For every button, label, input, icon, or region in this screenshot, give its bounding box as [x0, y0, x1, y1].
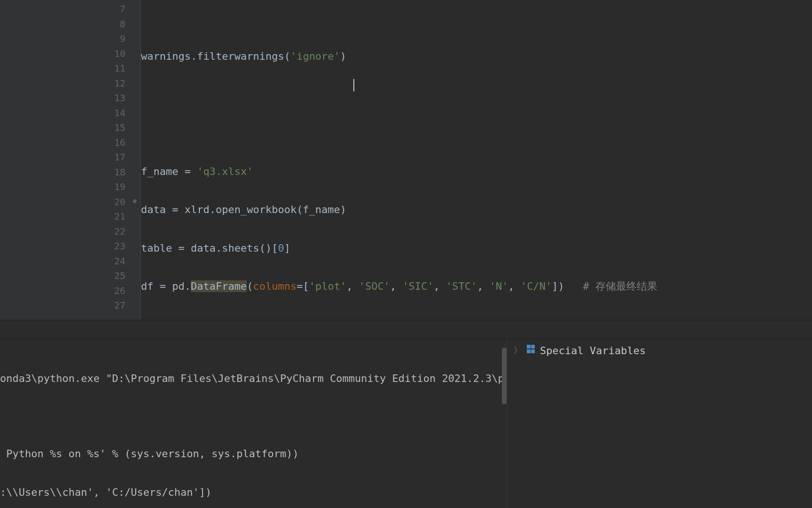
editor-pane: 789101112131415161718192021222324252627 …	[0, 0, 812, 320]
line-number[interactable]: 17	[96, 150, 134, 165]
code-line: f_name = 'q3.xlsx'	[141, 164, 812, 179]
special-variables-label[interactable]: Special Variables	[540, 345, 646, 357]
code-line: table = data.sheets()[0]	[141, 241, 812, 256]
line-number[interactable]: 24	[96, 254, 134, 269]
line-number[interactable]: 9	[96, 32, 134, 47]
line-number[interactable]: 15	[96, 120, 134, 135]
line-number[interactable]: 20	[96, 195, 134, 210]
line-number[interactable]: 14	[96, 106, 134, 121]
line-number[interactable]: 10	[96, 47, 134, 62]
code-line: data = xlrd.open_workbook(f_name)	[141, 202, 812, 217]
fold-icon[interactable]: ⊖	[133, 198, 140, 204]
chevron-right-icon[interactable]: 〉	[514, 345, 522, 356]
line-number[interactable]: 26	[96, 284, 134, 299]
line-number[interactable]: 25	[96, 269, 134, 284]
code-line: warnings.filterwarnings('ignore')	[141, 49, 812, 64]
console-scrollbar[interactable]	[502, 348, 507, 404]
code-line	[141, 126, 812, 141]
line-number[interactable]: 22	[96, 224, 134, 239]
line-number[interactable]: 12	[96, 76, 134, 91]
fold-column[interactable]: ⊖	[134, 0, 141, 320]
line-number[interactable]: 21	[96, 209, 134, 224]
line-number[interactable]: 27	[96, 298, 134, 313]
line-number[interactable]: 19	[96, 180, 134, 195]
line-number[interactable]: 18	[96, 165, 134, 180]
console-line: :\\Users\\chan', 'C:/Users/chan'])	[0, 485, 507, 500]
code-area[interactable]: warnings.filterwarnings('ignore') f_name…	[141, 0, 812, 320]
special-variables-icon[interactable]	[527, 345, 535, 353]
line-number[interactable]: 7	[96, 2, 134, 17]
code-line	[141, 87, 812, 103]
console-line: onda3\python.exe "D:\Program Files\JetBr…	[0, 371, 507, 386]
code-line: df = pd.DataFrame(columns=['plot', 'SOC'…	[141, 279, 812, 294]
console-line: Python %s on %s' % (sys.version, sys.pla…	[0, 446, 507, 461]
console-output[interactable]: onda3\python.exe "D:\Program Files\JetBr…	[0, 339, 507, 508]
line-number[interactable]: 16	[96, 135, 134, 151]
line-number[interactable]: 13	[96, 91, 134, 106]
text-caret	[353, 79, 354, 91]
left-margin	[0, 0, 96, 320]
line-number[interactable]: 8	[96, 17, 134, 32]
line-number[interactable]: 11	[96, 61, 134, 76]
variables-panel: 〉 Special Variables	[507, 339, 812, 508]
line-number[interactable]: 23	[96, 239, 134, 254]
line-number-gutter[interactable]: 789101112131415161718192021222324252627	[96, 0, 134, 320]
editor-bottom-gap	[0, 320, 812, 339]
terminal-panel: onda3\python.exe "D:\Program Files\JetBr…	[0, 339, 812, 508]
